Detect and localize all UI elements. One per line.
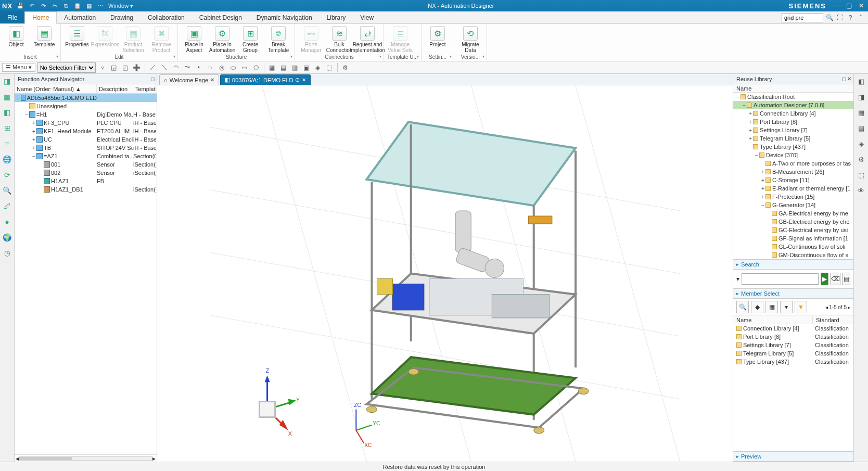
preview-header[interactable]: Preview: [733, 451, 853, 462]
reuse-tree-row[interactable]: +Settings Library [7]: [733, 126, 853, 134]
reuse-tree-row[interactable]: +C-Storage [11]: [733, 176, 853, 184]
window-dropdown[interactable]: Window ▾: [108, 2, 133, 9]
tree-row[interactable]: H1AZ1_DB1iSection(: [15, 185, 157, 194]
tool-icon[interactable]: ◧: [856, 76, 866, 86]
close-icon[interactable]: ✕: [302, 77, 306, 83]
clock-icon[interactable]: ◷: [2, 248, 12, 258]
add-icon[interactable]: ➕: [132, 63, 142, 72]
ribbon-place-in-aspect-button[interactable]: ▣Place in Aspect: [181, 25, 207, 53]
undo-icon[interactable]: ↶: [28, 2, 35, 9]
reuse-tree-row[interactable]: +F-Protection [15]: [733, 193, 853, 201]
tab-library[interactable]: Library: [320, 11, 353, 23]
tool-icon[interactable]: ◰: [121, 63, 130, 72]
close-icon[interactable]: ✕: [847, 76, 851, 82]
reuse-tree-row[interactable]: −G-Generator [14]: [733, 201, 853, 209]
reuse-tree-row[interactable]: +Port Library [8]: [733, 118, 853, 126]
member-row[interactable]: Port Library [8]Classification: [733, 333, 853, 341]
globe-icon[interactable]: 🌍: [2, 232, 12, 243]
reuse-tree[interactable]: −Classification Root−Automation Designer…: [733, 93, 853, 259]
reuse-tree-row[interactable]: −Device [370]: [733, 151, 853, 159]
doc-tab[interactable]: ⌂Welcome Page✕: [159, 74, 219, 85]
member-row[interactable]: Type Library [437]Classification: [733, 358, 853, 366]
ribbon-request-and-implementation-button[interactable]: ⇄Request and Implementation: [354, 25, 380, 53]
maximize-button[interactable]: ▢: [844, 2, 853, 9]
help-icon[interactable]: ?: [846, 14, 854, 22]
redo-icon[interactable]: ↷: [40, 2, 47, 9]
ribbon-break-template-button[interactable]: ⎊Break Template: [265, 25, 291, 53]
ribbon-bulk-connection-button[interactable]: ≋Bulk Connection: [326, 25, 352, 53]
ribbon-group-label[interactable]: Template U...: [387, 54, 418, 60]
assembly-icon[interactable]: ▦: [2, 92, 12, 102]
next-icon[interactable]: ▸: [848, 304, 850, 310]
tool-icon[interactable]: ▤: [856, 123, 866, 133]
tab-dynamic-navigation[interactable]: Dynamic Navigation: [249, 11, 320, 23]
reuse-tree-row[interactable]: −Automation Designer [7.0.8]: [733, 101, 853, 109]
list-icon[interactable]: ◆: [751, 301, 763, 313]
ribbon-group-label[interactable]: Insert: [3, 54, 57, 60]
reuse-tree-row[interactable]: A-Two or more purposes or tas: [733, 159, 853, 168]
view-icon[interactable]: ▤: [279, 63, 288, 72]
reuse-tree-row[interactable]: +B-Measurement [26]: [733, 168, 853, 176]
ribbon-properties-button[interactable]: ☰Properties: [64, 25, 90, 47]
mcol-standard[interactable]: Standard: [813, 316, 853, 324]
ribbon-group-label[interactable]: Settin...: [425, 54, 451, 60]
ribbon-template-button[interactable]: ▤Template: [31, 25, 57, 47]
more-icon[interactable]: ⋯: [97, 2, 104, 9]
view-icon[interactable]: ▦: [267, 63, 277, 72]
tree-row[interactable]: +TBSITOP 24V Su...iH - Base: [15, 144, 157, 152]
col-description[interactable]: Description: [97, 84, 133, 93]
search-clear-button[interactable]: ⌫: [831, 273, 840, 285]
paste-icon[interactable]: 📋: [74, 2, 81, 9]
reuse-tree-row[interactable]: GB-Electrical energy by che: [733, 218, 853, 226]
tree-row[interactable]: +UCElectrical Encl...iH - Base: [15, 135, 157, 144]
tool-icon[interactable]: ⬚: [856, 170, 866, 180]
ribbon-group-label[interactable]: Versio...: [457, 54, 483, 60]
filter-icon[interactable]: ▼: [795, 301, 807, 313]
navigator-icon[interactable]: ◨: [2, 76, 12, 86]
3d-viewport[interactable]: Z Y X ZC YC XC: [157, 85, 733, 462]
member-row[interactable]: Telegram Library [5]Classification: [733, 349, 853, 358]
tool-icon[interactable]: ▦: [856, 107, 866, 118]
reuse-tree-row[interactable]: GM-Discontinuous flow of s: [733, 251, 853, 259]
view-icon[interactable]: ▥: [290, 63, 300, 72]
reuse-tree-row[interactable]: −Type Library [437]: [733, 143, 853, 151]
reuse-tree-row[interactable]: GA-Electrical energy by me: [733, 209, 853, 218]
menu-button[interactable]: ☰ Menu ▾: [2, 63, 35, 72]
ribbon-migrate-data-button[interactable]: ⟲Migrate Data: [457, 25, 483, 53]
tree-row[interactable]: H1AZ1FB: [15, 177, 157, 185]
tab-view[interactable]: View: [353, 11, 381, 23]
line-icon[interactable]: ／: [148, 63, 158, 72]
tool-icon[interactable]: ◈: [856, 138, 866, 149]
col-template[interactable]: Template: [133, 84, 156, 93]
grid-icon[interactable]: ▦: [765, 301, 778, 313]
tool-icon[interactable]: 🖊: [2, 201, 12, 211]
search-icon[interactable]: 🔍: [2, 185, 12, 196]
tool-icon[interactable]: ◨: [856, 92, 866, 102]
fullscreen-icon[interactable]: ⛶: [836, 14, 844, 22]
view-icon[interactable]: ▣: [302, 63, 311, 72]
ribbon-object-button[interactable]: ◧Object: [3, 25, 29, 47]
reuse-tree-row[interactable]: −Classification Root: [733, 93, 853, 101]
close-button[interactable]: ✕: [857, 2, 866, 9]
copy-icon[interactable]: ⧉: [62, 2, 70, 9]
part-icon[interactable]: ◧: [2, 107, 12, 118]
ellipse-icon[interactable]: ⬭: [228, 63, 238, 72]
save-icon[interactable]: 💾: [17, 2, 24, 9]
layers-icon[interactable]: ≣: [2, 138, 12, 149]
search-icon[interactable]: 🔍: [825, 14, 834, 22]
view-icon[interactable]: ⬚: [325, 63, 334, 72]
pin-icon[interactable]: ⊙: [295, 77, 300, 83]
filter-icon[interactable]: ▿: [98, 63, 107, 72]
tab-drawing[interactable]: Drawing: [103, 11, 141, 23]
reuse-tree-row[interactable]: +Connection Library [4]: [733, 109, 853, 118]
view-icon[interactable]: ◈: [313, 63, 323, 72]
tree-row[interactable]: +KF1_Head ModuleET200 AL IMiH - Base: [15, 127, 157, 135]
mcol-name[interactable]: Name: [733, 316, 813, 324]
ribbon-group-label[interactable]: Edit: [64, 54, 174, 60]
settings-icon[interactable]: ⚙: [341, 63, 350, 72]
reuse-col-name[interactable]: Name: [733, 84, 853, 93]
filter-icon[interactable]: ▾: [736, 275, 739, 283]
search-options-button[interactable]: ▤: [843, 273, 850, 285]
cut-icon[interactable]: ✂: [51, 2, 58, 9]
member-row[interactable]: Settings Library [7]Classification: [733, 341, 853, 349]
